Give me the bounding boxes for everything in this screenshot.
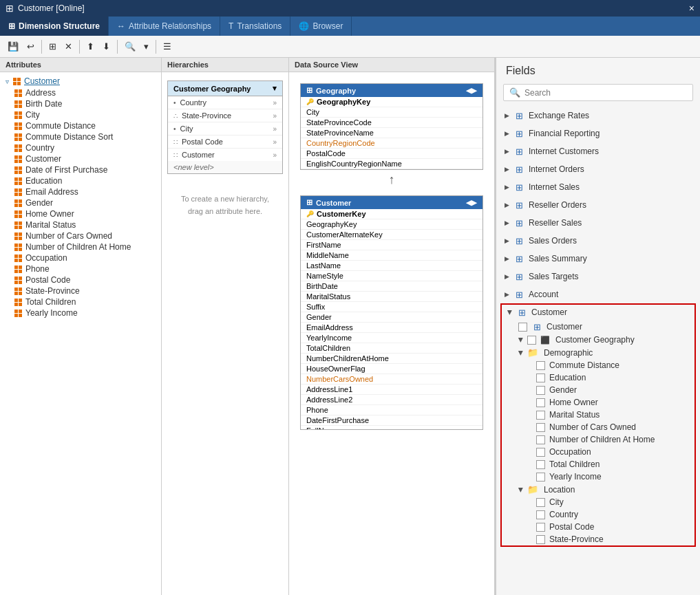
demo-item-1[interactable]: Education [502, 371, 694, 384]
attr-item-18[interactable]: State-Province [0, 285, 161, 296]
attr-item-3[interactable]: Commute Distance [0, 120, 161, 131]
toolbar-properties-btn[interactable]: ☰ [160, 39, 175, 54]
toolbar-table-btn[interactable]: ⊞ [45, 39, 60, 54]
demographic-header[interactable]: ▶ 📁 Demographic [502, 346, 694, 359]
loc-checkbox-3[interactable] [536, 535, 545, 544]
attr-item-16[interactable]: Phone [0, 263, 161, 274]
attr-item-10[interactable]: Gender [0, 197, 161, 208]
field-group-reseller-orders-header[interactable]: ▶ Reseller Orders [499, 197, 697, 213]
svg-rect-40 [14, 188, 18, 192]
demo-checkbox-3[interactable] [536, 398, 545, 407]
attr-item-20[interactable]: Yearly Income [0, 307, 161, 318]
demo-checkbox-2[interactable] [536, 386, 545, 395]
loc-checkbox-0[interactable] [536, 498, 545, 507]
field-group-account-header[interactable]: ▶ Account [499, 287, 697, 302]
customer-leaf-item[interactable]: Customer [502, 320, 694, 334]
demo-checkbox-1[interactable] [536, 374, 545, 382]
demo-checkbox-8[interactable] [536, 460, 545, 469]
demo-checkbox-4[interactable] [536, 411, 545, 420]
attr-item-1[interactable]: Birth Date [0, 98, 161, 109]
field-group-financial-reporting-header[interactable]: ▶ Financial Reporting [499, 126, 697, 141]
attr-item-8[interactable]: Education [0, 175, 161, 186]
attr-item-label-16: Phone [25, 264, 50, 274]
attr-item-11[interactable]: Home Owner [0, 208, 161, 219]
toolbar-move-down-btn[interactable]: ⬇ [99, 39, 114, 54]
toolbar-undo-btn[interactable]: ↩ [23, 39, 38, 54]
attr-item-4[interactable]: Commute Distance Sort [0, 131, 161, 142]
toolbar-save-btn[interactable]: 💾 [4, 39, 22, 54]
svg-rect-42 [14, 193, 18, 196]
field-group-internet-sales-header[interactable]: ▶ Internet Sales [499, 180, 697, 195]
location-items: City Country Postal Code State-Province [502, 496, 694, 545]
attr-item-17[interactable]: Postal Code [0, 274, 161, 285]
geography-scroll-handle[interactable]: ◀▶ [466, 87, 477, 94]
demo-checkbox-7[interactable] [536, 448, 545, 457]
toolbar-delete-btn[interactable]: ✕ [61, 39, 76, 54]
toolbar-zoom-dropdown[interactable]: ▾ [140, 39, 152, 54]
hierarchy-level-1[interactable]: ∴ State-Province » [168, 109, 282, 122]
demo-checkbox-5[interactable] [536, 423, 545, 432]
demo-checkbox-0[interactable] [536, 361, 545, 370]
tab-attribute-relationships[interactable]: ↔ Attribute Relationships [109, 17, 220, 36]
hierarchy-dropdown-icon[interactable]: ▾ [273, 84, 277, 93]
customer-leaf-checkbox[interactable] [518, 323, 527, 332]
toolbar-zoom-btn[interactable]: 🔍 [121, 39, 139, 54]
demo-item-7[interactable]: Occupation [502, 446, 694, 458]
location-header[interactable]: ▶ 📁 Location [502, 483, 694, 496]
attr-item-19[interactable]: Total Children [0, 296, 161, 307]
attr-item-9[interactable]: Email Address [0, 186, 161, 197]
attr-item-15[interactable]: Occupation [0, 252, 161, 263]
cust-field-15: HouseOwnerFlag [306, 365, 365, 373]
svg-rect-76 [14, 288, 18, 291]
field-group-internet-orders-header[interactable]: ▶ Internet Orders [499, 162, 697, 177]
sales-targets-icon [513, 271, 524, 282]
loc-item-2[interactable]: Postal Code [502, 521, 694, 533]
customer-geography-label: Customer Geography [555, 335, 635, 345]
attr-item-5[interactable]: Country [0, 142, 161, 153]
demo-item-9[interactable]: Yearly Income [502, 470, 694, 483]
attr-item-7[interactable]: Date of First Purchase [0, 164, 161, 175]
field-group-sales-summary-header[interactable]: ▶ Sales Summary [499, 251, 697, 266]
loc-checkbox-2[interactable] [536, 523, 545, 532]
loc-item-3[interactable]: State-Province [502, 533, 694, 545]
attr-root-customer[interactable]: ▿ Customer [0, 75, 161, 87]
demo-checkbox-9[interactable] [536, 473, 545, 482]
attr-item-0[interactable]: Address [0, 87, 161, 98]
attr-item-6[interactable]: Customer [0, 153, 161, 164]
demo-item-3[interactable]: Home Owner [502, 396, 694, 409]
loc-item-0[interactable]: City [502, 496, 694, 508]
customer-scroll-handle[interactable]: ◀▶ [466, 199, 477, 206]
loc-item-1[interactable]: Country [502, 508, 694, 521]
field-group-internet-customers-header[interactable]: ▶ Internet Customers [499, 144, 697, 159]
demo-item-6[interactable]: Number of Children At Home [502, 433, 694, 446]
hierarchy-level-3[interactable]: ∷ Postal Code » [168, 136, 282, 149]
hierarchy-level-4[interactable]: ∷ Customer » [168, 149, 282, 161]
demo-item-5[interactable]: Number of Cars Owned [502, 421, 694, 433]
cust-geo-checkbox[interactable] [527, 336, 536, 345]
search-input[interactable] [524, 88, 687, 98]
tab-translations[interactable]: T Translations [220, 17, 290, 36]
attr-item-2[interactable]: City [0, 109, 161, 120]
hierarchy-level-2[interactable]: • City » [168, 122, 282, 136]
field-group-sales-orders-header[interactable]: ▶ Sales Orders [499, 233, 697, 248]
demo-checkbox-6[interactable] [536, 435, 545, 444]
tab-browser[interactable]: 🌐 Browser [290, 17, 352, 36]
field-group-reseller-sales-header[interactable]: ▶ Reseller Sales [499, 215, 697, 230]
attr-item-12[interactable]: Marital Status [0, 219, 161, 230]
demo-item-8[interactable]: Total Children [502, 458, 694, 470]
demo-item-2[interactable]: Gender [502, 384, 694, 396]
field-group-exchange-rates-header[interactable]: ▶ Exchange Rates [499, 108, 697, 123]
customer-section-header[interactable]: ▶ Customer [502, 305, 694, 320]
field-group-sales-targets-header[interactable]: ▶ Sales Targets [499, 269, 697, 284]
demo-item-0[interactable]: Commute Distance [502, 359, 694, 371]
hierarchy-level-0[interactable]: • Country » [168, 96, 282, 109]
sales-summary-icon [513, 253, 524, 264]
close-button[interactable]: × [689, 3, 694, 14]
attr-item-14[interactable]: Number of Children At Home [0, 241, 161, 252]
toolbar-move-up-btn[interactable]: ⬆ [83, 39, 98, 54]
customer-geography-group[interactable]: ▶ ⬛ Customer Geography [502, 334, 694, 346]
attr-item-13[interactable]: Number of Cars Owned [0, 230, 161, 241]
loc-checkbox-1[interactable] [536, 510, 545, 519]
demo-item-4[interactable]: Marital Status [502, 409, 694, 421]
tab-dimension-structure[interactable]: ⊞ Dimension Structure [0, 17, 109, 36]
